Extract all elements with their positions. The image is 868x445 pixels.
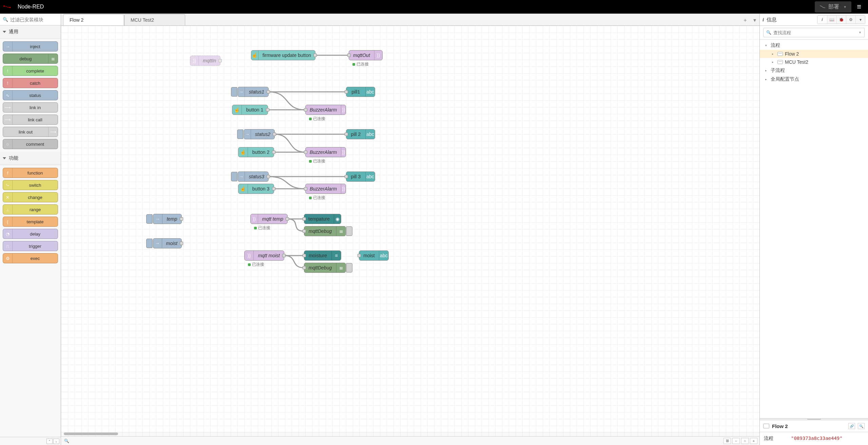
zoom-reset-button[interactable]: ○ — [741, 438, 749, 444]
flow-node-n-mqttdbg1[interactable]: mqttDebug≣ — [304, 226, 346, 236]
sidebar-help-button[interactable]: 📖 — [827, 16, 836, 24]
tree-item-mcu-test2[interactable]: ▸MCU Test2 — [760, 58, 868, 66]
inject-button[interactable] — [237, 129, 243, 139]
horizontal-scrollbar[interactable] — [61, 431, 759, 436]
output-port[interactable] — [266, 108, 269, 112]
input-port[interactable] — [358, 254, 361, 257]
flow-node-n-firmware[interactable]: ☝firmware update button — [251, 50, 315, 60]
output-port[interactable] — [267, 90, 270, 94]
palette-node-range[interactable]: ⟂range — [3, 204, 58, 215]
tab-mcu-test2[interactable]: MCU Test2 — [124, 14, 185, 25]
tree-flows[interactable]: ▾流程 — [760, 41, 868, 50]
tree-item-flow-2[interactable]: ▸Flow 2 — [760, 50, 868, 58]
flow-node-n-pill3[interactable]: pill 3abc — [346, 171, 375, 182]
sidebar-more-button[interactable]: ▾ — [855, 16, 865, 24]
output-port[interactable] — [272, 150, 275, 154]
output-port[interactable] — [218, 59, 222, 62]
palette-scroll[interactable]: 通用 →injectdebug≣!complete!catch∿status⟶l… — [0, 25, 61, 437]
tab-menu-button[interactable]: ▾ — [750, 17, 759, 25]
input-port[interactable] — [303, 229, 306, 233]
inject-button[interactable] — [231, 172, 237, 181]
inject-button[interactable] — [146, 239, 152, 248]
input-port[interactable] — [345, 90, 348, 94]
input-port[interactable] — [347, 54, 351, 57]
flow-node-n-buzz3[interactable]: BuzzerAlarm))已连接 — [305, 184, 346, 194]
search-button[interactable]: 🔍 — [858, 423, 865, 429]
flow-node-n-button1[interactable]: ☝button 1 — [232, 105, 268, 115]
palette-collapse-up-button[interactable]: ⌃ — [46, 439, 53, 444]
flow-node-n-button2[interactable]: ☝button 2 — [238, 147, 274, 157]
output-port[interactable] — [282, 254, 286, 257]
palette-node-link-call[interactable]: ⟶link call — [3, 115, 58, 125]
palette-node-comment[interactable]: ○comment — [3, 139, 58, 149]
flow-node-n-status2[interactable]: →status2 — [244, 129, 275, 139]
tree-global[interactable]: ▸全局配置节点 — [760, 75, 868, 84]
palette-node-catch[interactable]: !catch — [3, 78, 58, 88]
inject-button[interactable] — [146, 214, 152, 224]
sidebar-tree[interactable]: ▾流程 ▸Flow 2▸MCU Test2 ▸子流程 ▸全局配置节点 — [760, 40, 868, 418]
palette-node-debug[interactable]: debug≣ — [3, 54, 58, 64]
palette-node-function[interactable]: ffunction — [3, 168, 58, 178]
flow-node-n-moist[interactable]: →moist — [153, 238, 182, 248]
flow-node-n-tempature[interactable]: tempature◉ — [304, 214, 341, 224]
output-port[interactable] — [286, 217, 289, 221]
flow-node-n-moist2[interactable]: moistabc — [359, 250, 389, 261]
output-port[interactable] — [180, 242, 183, 245]
input-port[interactable] — [303, 217, 306, 221]
flow-node-n-status1[interactable]: →status1 — [237, 87, 269, 97]
palette-node-complete[interactable]: !complete — [3, 66, 58, 76]
debug-toggle-button[interactable] — [346, 226, 352, 236]
zoom-in-button[interactable]: + — [750, 438, 757, 444]
flow-node-n-mqttdbg2[interactable]: mqttDebug≣ — [304, 263, 346, 273]
palette-node-template[interactable]: {template — [3, 217, 58, 227]
palette-node-delay[interactable]: ◔delay — [3, 229, 58, 239]
palette-node-change[interactable]: ✕change — [3, 192, 58, 202]
flow-node-n-moisture[interactable]: moisture≡ — [304, 250, 341, 261]
zoom-out-button[interactable]: − — [732, 438, 740, 444]
add-tab-button[interactable]: + — [740, 17, 750, 25]
input-port[interactable] — [304, 187, 307, 190]
flow-node-n-mqtttemp[interactable]: ))mqtt temp已连接 — [250, 214, 288, 224]
tree-subflows[interactable]: ▸子流程 — [760, 66, 868, 75]
chevron-down-icon[interactable]: ▼ — [859, 31, 862, 34]
input-port[interactable] — [345, 175, 348, 178]
sidebar-debug-button[interactable]: 🐞 — [836, 16, 846, 24]
palette-node-status[interactable]: ∿status — [3, 90, 58, 100]
input-port[interactable] — [303, 254, 306, 257]
sidebar-config-button[interactable]: ⚙ — [846, 16, 855, 24]
input-port[interactable] — [304, 108, 307, 112]
deploy-button[interactable]: 部署 ▼ — [815, 1, 851, 13]
output-port[interactable] — [273, 133, 276, 136]
palette-category-common[interactable]: 通用 — [0, 25, 61, 39]
palette-search-input[interactable] — [10, 17, 70, 22]
flow-node-n-temp[interactable]: →temp — [153, 214, 182, 224]
palette-node-trigger[interactable]: ⎍trigger — [3, 241, 58, 251]
tab-flow2[interactable]: Flow 2 — [63, 14, 124, 25]
sidebar-splitter[interactable] — [760, 418, 868, 420]
flow-node-n-mqttmoist[interactable]: ))mqtt moist已连接 — [244, 250, 284, 261]
sidebar-info-button[interactable]: i — [817, 16, 827, 24]
output-port[interactable] — [313, 54, 317, 57]
flow-node-n-mqttin-ghost[interactable]: ))mqttIn — [190, 56, 220, 66]
input-port[interactable] — [303, 266, 306, 269]
link-button[interactable]: 🔗 — [848, 423, 855, 429]
flow-node-n-buzz1[interactable]: BuzzerAlarm))已连接 — [305, 105, 346, 115]
navigator-button[interactable]: ⊞ — [724, 438, 731, 444]
palette-node-exec[interactable]: ⚙exec — [3, 253, 58, 263]
output-port[interactable] — [180, 217, 183, 221]
flow-node-n-pill1[interactable]: pill1abc — [346, 87, 375, 97]
input-port[interactable] — [304, 150, 307, 154]
palette-node-link-in[interactable]: ⟶link in — [3, 102, 58, 113]
palette-node-link-out[interactable]: link out⟶ — [3, 127, 58, 137]
hamburger-menu-button[interactable]: ≡ — [853, 1, 865, 13]
palette-category-function[interactable]: 功能 — [0, 152, 61, 165]
flow-node-n-pill2[interactable]: pill 2abc — [346, 129, 375, 139]
flow-node-n-button3[interactable]: ☝button 3 — [238, 184, 274, 194]
output-port[interactable] — [267, 175, 270, 178]
inject-button[interactable] — [231, 87, 237, 97]
input-port[interactable] — [345, 133, 348, 136]
debug-toggle-button[interactable] — [346, 263, 352, 272]
canvas-search-icon[interactable]: 🔍 — [63, 438, 70, 444]
flow-canvas[interactable]: ))mqttIn☝firmware update buttonmqttOut))… — [61, 26, 759, 436]
palette-collapse-down-button[interactable]: ⌄ — [53, 439, 59, 444]
